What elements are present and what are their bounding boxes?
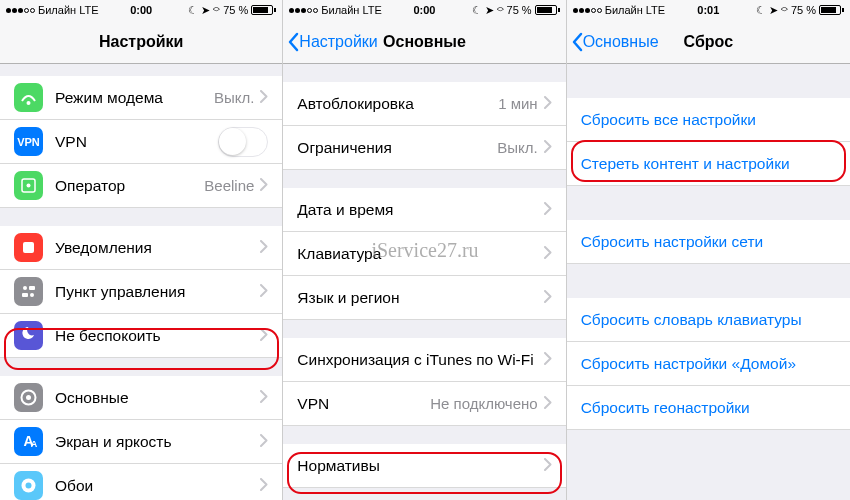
svg-rect-4 — [23, 242, 34, 253]
svg-point-3 — [27, 184, 31, 188]
row-label: Экран и яркость — [55, 433, 260, 451]
settings-row[interactable]: Сбросить настройки сети — [567, 220, 850, 264]
svg-point-10 — [26, 395, 31, 400]
chevron-right-icon — [260, 390, 268, 403]
signal-dots-icon — [6, 8, 35, 13]
status-bar: Билайн LTE 0:01 ☾ ➤ ⌔ 75 % — [567, 0, 850, 20]
svg-point-0 — [27, 101, 31, 105]
row-value: Не подключено — [430, 395, 537, 412]
settings-row[interactable]: Сбросить геонастройки — [567, 386, 850, 430]
row-label: Сбросить настройки сети — [581, 233, 836, 251]
bluetooth-icon: ⌔ — [213, 4, 220, 16]
row-label: Пункт управления — [55, 283, 260, 301]
chevron-left-icon — [571, 32, 583, 52]
chevron-right-icon — [544, 290, 552, 303]
modem-icon — [14, 83, 43, 112]
settings-row[interactable]: ОператорBeeline — [0, 164, 282, 208]
clock-label: 0:00 — [413, 4, 435, 16]
page-title: Настройки — [0, 33, 282, 51]
dnd-icon — [14, 321, 43, 350]
display-icon: AA — [14, 427, 43, 456]
chevron-right-icon — [260, 240, 268, 253]
carrier-icon — [14, 171, 43, 200]
location-icon: ➤ — [485, 4, 494, 17]
battery-icon — [819, 5, 844, 15]
chevron-right-icon — [544, 202, 552, 215]
signal-dots-icon — [289, 8, 318, 13]
settings-row[interactable]: VPNНе подключено — [283, 382, 565, 426]
settings-row[interactable]: Нормативы — [283, 444, 565, 488]
settings-row[interactable]: Сбросить настройки «Домой» — [567, 342, 850, 386]
row-label: Сбросить настройки «Домой» — [581, 355, 836, 373]
svg-rect-7 — [22, 293, 28, 297]
chevron-right-icon — [544, 458, 552, 471]
general-icon — [14, 383, 43, 412]
settings-row[interactable]: Обои — [0, 464, 282, 500]
row-label: Сбросить словарь клавиатуры — [581, 311, 836, 329]
svg-point-5 — [23, 286, 27, 290]
svg-text:VPN: VPN — [17, 136, 40, 148]
row-label: Нормативы — [297, 457, 543, 475]
bluetooth-icon: ⌔ — [497, 4, 504, 16]
row-label: Обои — [55, 477, 260, 495]
row-label: Уведомления — [55, 239, 260, 257]
settings-row[interactable]: Автоблокировка1 мин — [283, 82, 565, 126]
nav-bar: Основные Сброс — [567, 20, 850, 64]
control-icon — [14, 277, 43, 306]
chevron-right-icon — [260, 434, 268, 447]
settings-row[interactable]: Режим модемаВыкл. — [0, 76, 282, 120]
bluetooth-icon: ⌔ — [781, 4, 788, 16]
row-value: Выкл. — [497, 139, 537, 156]
nav-bar: Настройки Основные — [283, 20, 565, 64]
settings-row[interactable]: AAЭкран и яркость — [0, 420, 282, 464]
back-button[interactable]: Основные — [571, 32, 659, 52]
notify-icon — [14, 233, 43, 262]
row-value: Beeline — [204, 177, 254, 194]
nav-bar: Настройки — [0, 20, 282, 64]
row-label: Автоблокировка — [297, 95, 498, 113]
row-label: VPN — [297, 395, 430, 413]
row-label: Ограничения — [297, 139, 497, 157]
settings-row[interactable]: Уведомления — [0, 226, 282, 270]
settings-row[interactable]: ОграниченияВыкл. — [283, 126, 565, 170]
settings-row[interactable]: Не беспокоить — [0, 314, 282, 358]
row-label: Клавиатура — [297, 245, 543, 263]
settings-row[interactable]: Сбросить все настройки — [567, 98, 850, 142]
settings-row[interactable]: Стереть контент и настройки — [567, 142, 850, 186]
settings-row[interactable]: Дата и время — [283, 188, 565, 232]
row-label: Синхронизация с iTunes по Wi-Fi — [297, 351, 543, 369]
row-label: Стереть контент и настройки — [581, 155, 836, 173]
settings-row[interactable]: Язык и регион — [283, 276, 565, 320]
chevron-right-icon — [544, 396, 552, 409]
battery-icon — [535, 5, 560, 15]
svg-point-8 — [30, 293, 34, 297]
row-label: Сбросить геонастройки — [581, 399, 836, 417]
chevron-left-icon — [287, 32, 299, 52]
settings-panel: Билайн LTE 0:00 ☾ ➤ ⌔ 75 % Настройки Реж… — [0, 0, 283, 500]
toggle-switch[interactable] — [218, 127, 268, 157]
moon-icon: ☾ — [188, 4, 198, 17]
network-label: LTE — [79, 4, 98, 16]
settings-row[interactable]: Основные — [0, 376, 282, 420]
row-label: Дата и время — [297, 201, 543, 219]
row-label: Режим модема — [55, 89, 214, 107]
back-button[interactable]: Настройки — [287, 32, 377, 52]
settings-row[interactable]: VPNVPN — [0, 120, 282, 164]
vpn-icon: VPN — [14, 127, 43, 156]
settings-row[interactable]: Клавиатура — [283, 232, 565, 276]
row-value: Выкл. — [214, 89, 254, 106]
moon-icon: ☾ — [472, 4, 482, 17]
chevron-right-icon — [544, 246, 552, 259]
settings-row[interactable]: Сбросить словарь клавиатуры — [567, 298, 850, 342]
settings-row[interactable]: Синхронизация с iTunes по Wi-Fi — [283, 338, 565, 382]
reset-panel: Билайн LTE 0:01 ☾ ➤ ⌔ 75 % Основные Сбро… — [567, 0, 850, 500]
moon-icon: ☾ — [756, 4, 766, 17]
settings-row[interactable]: Пункт управления — [0, 270, 282, 314]
location-icon: ➤ — [201, 4, 210, 17]
chevron-right-icon — [544, 96, 552, 109]
location-icon: ➤ — [769, 4, 778, 17]
battery-percent: 75 % — [223, 4, 248, 16]
svg-rect-6 — [29, 286, 35, 290]
chevron-right-icon — [544, 352, 552, 365]
battery-icon — [251, 5, 276, 15]
